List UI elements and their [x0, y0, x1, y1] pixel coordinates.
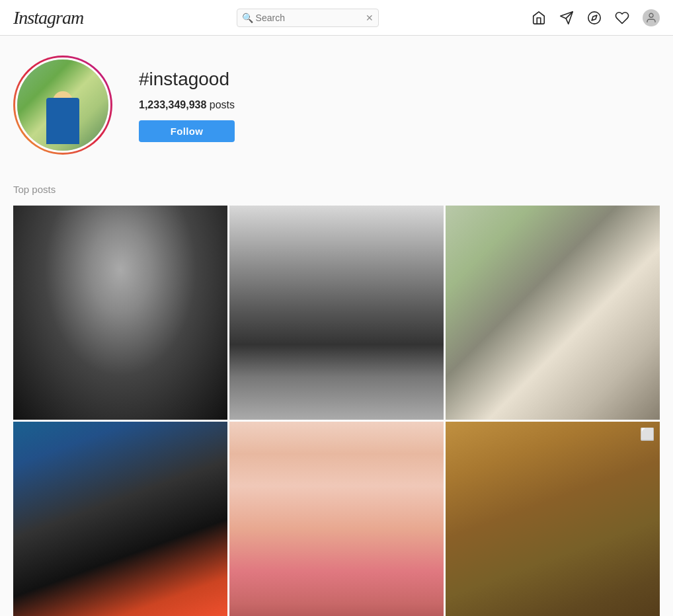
profile-header: #instagood 1,233,349,938 posts Follow: [13, 56, 660, 155]
post-image-1: [13, 206, 227, 420]
posts-grid: ⬜: [13, 206, 660, 616]
svg-marker-3: [592, 15, 597, 20]
post-image-6: [446, 422, 660, 616]
main-header: Instagram 🔍 ✕: [0, 0, 673, 36]
posts-count-number: 1,233,349,938: [139, 99, 206, 110]
profile-avatar-inner: [15, 58, 110, 153]
post-item[interactable]: ⬜: [446, 422, 660, 616]
post-item[interactable]: [229, 422, 444, 616]
post-item[interactable]: [229, 206, 444, 420]
post-item[interactable]: [446, 206, 660, 420]
posts-count-label: posts: [210, 99, 235, 110]
profile-avatar-wrapper: [13, 56, 112, 155]
post-image-2: [229, 206, 444, 420]
post-overlay-icon: ⬜: [640, 427, 654, 442]
search-clear-icon[interactable]: ✕: [366, 13, 374, 23]
profile-posts-count: 1,233,349,938 posts: [139, 99, 235, 111]
post-image-4: [13, 422, 227, 616]
profile-info: #instagood 1,233,349,938 posts Follow: [139, 69, 235, 142]
post-item[interactable]: [13, 206, 227, 420]
explore-icon[interactable]: [587, 11, 602, 25]
follow-button[interactable]: Follow: [139, 120, 235, 142]
search-input[interactable]: [237, 9, 379, 27]
header-nav: [532, 9, 660, 26]
heart-icon[interactable]: [615, 11, 629, 25]
post-image-3: [446, 206, 660, 420]
home-icon[interactable]: [532, 11, 546, 25]
top-posts-section: Top posts: [13, 184, 660, 616]
post-item[interactable]: [13, 422, 227, 616]
top-posts-label: Top posts: [13, 184, 660, 195]
svg-point-2: [588, 11, 600, 23]
svg-point-4: [649, 13, 653, 17]
search-icon: 🔍: [242, 13, 253, 23]
post-image-5: [229, 422, 444, 616]
direct-send-icon[interactable]: [559, 11, 574, 25]
profile-avatar-image: [17, 59, 108, 151]
main-content: #instagood 1,233,349,938 posts Follow To…: [0, 36, 673, 616]
instagram-logo[interactable]: Instagram: [13, 7, 83, 28]
profile-avatar-nav[interactable]: [643, 9, 660, 26]
profile-hashtag: #instagood: [139, 69, 235, 90]
search-container: 🔍 ✕: [237, 9, 379, 27]
